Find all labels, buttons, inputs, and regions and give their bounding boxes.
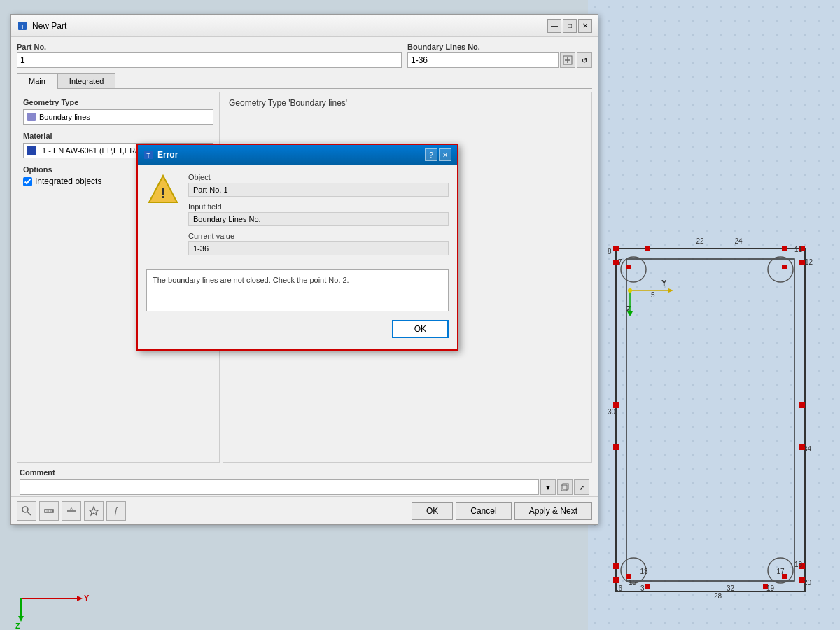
svg-text:32: 32 (727, 584, 735, 592)
ok-button[interactable]: OK (412, 502, 453, 520)
svg-text:T: T (146, 152, 150, 159)
right-panel-text: Geometry Type 'Boundary lines' (229, 98, 586, 108)
boundary-input-row: ↺ (407, 52, 592, 68)
svg-text:18: 18 (794, 561, 803, 568)
svg-rect-71 (563, 484, 568, 489)
part-no-group: Part No. (17, 43, 402, 68)
title-buttons: — □ ✕ (547, 19, 592, 33)
svg-text:22: 22 (696, 237, 704, 245)
search-tool-btn[interactable] (17, 501, 36, 521)
integrated-objects-label: Integrated objects (35, 176, 102, 186)
dialog-title-bar: T New Part — □ ✕ (11, 15, 598, 37)
dialog-buttons: OK Cancel Apply & Next (412, 502, 592, 520)
svg-text:Y: Y (84, 594, 90, 602)
boundary-group: Boundary Lines No. ↺ (407, 43, 592, 68)
maximize-button[interactable]: □ (563, 19, 577, 33)
svg-text:13: 13 (640, 568, 648, 575)
part-no-label: Part No. (17, 43, 402, 51)
current-value-label: Current value (188, 232, 449, 240)
top-fields-row: Part No. Boundary Lines No. ↺ (17, 43, 592, 68)
current-value: 1-36 (188, 241, 449, 255)
part-no-input[interactable] (17, 52, 402, 68)
refresh-button[interactable]: ↺ (577, 52, 592, 68)
svg-rect-23 (782, 246, 787, 251)
warning-icon: ! (146, 173, 180, 206)
error-help-button[interactable]: ? (425, 148, 438, 161)
error-body: ! Object Part No. 1 Input field Boundary… (138, 164, 457, 349)
comment-area: Comment ▼ ⤢ (17, 465, 592, 498)
svg-text:20: 20 (804, 579, 812, 587)
error-fields: Object Part No. 1 Input field Boundary L… (188, 173, 449, 261)
object-value: Part No. 1 (188, 183, 449, 197)
comment-expand-btn[interactable]: ⤢ (574, 479, 589, 495)
svg-rect-69 (27, 113, 36, 121)
boundary-lines-input[interactable] (407, 52, 559, 68)
comment-label: Comment (20, 468, 589, 477)
dimension-tool-btn[interactable]: A (62, 501, 81, 521)
svg-text:Z: Z (15, 622, 20, 630)
cancel-button[interactable]: Cancel (456, 502, 511, 520)
tabs-row: Main Integrated (17, 74, 592, 89)
close-button[interactable]: ✕ (578, 19, 592, 33)
object-label: Object (188, 173, 449, 181)
error-top-row: ! Object Part No. 1 Input field Boundary… (146, 173, 449, 261)
error-close-button[interactable]: ✕ (439, 148, 451, 161)
error-dialog-icon: T (144, 150, 153, 160)
toolbar-icons: 0.00 A ƒ (17, 501, 126, 521)
svg-text:7: 7 (618, 258, 622, 266)
svg-text:11: 11 (794, 246, 803, 253)
svg-rect-12 (799, 260, 805, 265)
comment-input[interactable] (20, 479, 539, 495)
error-message-text: The boundary lines are not closed. Check… (153, 276, 349, 284)
svg-rect-24 (782, 265, 787, 270)
svg-text:34: 34 (804, 445, 812, 453)
apply-next-button[interactable]: Apply & Next (514, 502, 592, 520)
svg-rect-22 (645, 246, 650, 251)
dialog-title: New Part (32, 21, 66, 31)
error-ok-button[interactable]: OK (392, 320, 449, 338)
tab-integrated[interactable]: Integrated (57, 74, 116, 88)
comment-dropdown-btn[interactable]: ▼ (540, 479, 556, 495)
svg-rect-25 (626, 574, 631, 579)
error-dialog: T Error ? ✕ ! Object Part No. 1 Input fi… (136, 144, 458, 351)
svg-rect-1 (588, 0, 840, 630)
geometry-type-label: Geometry Type (23, 98, 214, 106)
svg-text:19: 19 (766, 584, 775, 592)
material-label: Material (23, 132, 214, 140)
material-color-swatch (27, 146, 36, 155)
svg-text:12: 12 (805, 258, 813, 266)
input-field-label: Input field (188, 202, 449, 211)
app-icon: T (17, 20, 28, 31)
svg-rect-17 (613, 564, 619, 569)
svg-rect-13 (613, 402, 619, 408)
select-lines-button[interactable] (560, 52, 575, 68)
svg-point-72 (22, 507, 28, 512)
svg-rect-9 (613, 246, 619, 251)
svg-text:Y: Y (662, 279, 667, 287)
svg-text:15: 15 (629, 579, 637, 587)
pin-tool-btn[interactable] (84, 501, 104, 521)
tab-main[interactable]: Main (17, 74, 57, 89)
geometry-type-value: Boundary lines (23, 109, 214, 125)
title-bar-left: T New Part (17, 20, 66, 31)
svg-rect-26 (645, 584, 650, 589)
boundary-lines-label: Boundary Lines No. (407, 43, 592, 51)
error-title-buttons: ? ✕ (425, 148, 451, 161)
svg-text:0.00: 0.00 (45, 509, 53, 513)
svg-text:A: A (70, 506, 73, 510)
svg-rect-18 (613, 578, 619, 583)
bottom-toolbar: 0.00 A ƒ OK Cancel Apply & Next (11, 496, 598, 524)
error-ok-row: OK (146, 320, 449, 341)
measure-tool-btn[interactable]: 0.00 (39, 501, 59, 521)
svg-text:8: 8 (608, 248, 612, 255)
comment-copy-btn[interactable] (557, 479, 573, 495)
svg-text:24: 24 (734, 237, 743, 245)
minimize-button[interactable]: — (547, 19, 561, 33)
svg-text:16: 16 (615, 584, 623, 592)
integrated-objects-checkbox[interactable] (23, 177, 32, 186)
svg-rect-70 (561, 485, 567, 491)
svg-text:3: 3 (640, 584, 645, 592)
comment-input-row: ▼ ⤢ (20, 479, 589, 495)
input-field-value: Boundary Lines No. (188, 212, 449, 226)
formula-tool-btn[interactable]: ƒ (106, 501, 126, 521)
